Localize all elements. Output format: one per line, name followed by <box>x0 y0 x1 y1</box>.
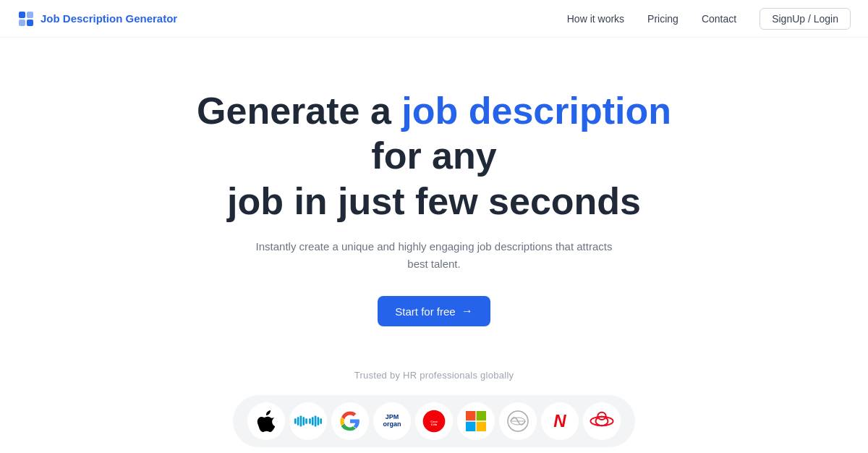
svg-rect-1 <box>27 12 33 18</box>
svg-rect-11 <box>315 416 317 427</box>
generic-icon <box>507 410 529 432</box>
logo-windows <box>457 402 495 440</box>
cisco-icon <box>294 414 322 428</box>
svg-rect-9 <box>309 418 311 424</box>
logo[interactable]: Job Description Generator <box>17 10 177 27</box>
logo-text: Job Description Generator <box>41 12 177 25</box>
logos-row: JPMorgan Coca Cola <box>233 395 635 447</box>
cocacola-icon: Coca Cola <box>422 410 446 433</box>
signup-button[interactable]: SignUp / Login <box>760 8 851 30</box>
svg-rect-2 <box>19 20 25 26</box>
svg-rect-12 <box>318 417 320 425</box>
logo-cisco <box>289 402 327 440</box>
hero-title: Generate a job description for anyjob in… <box>181 88 687 224</box>
netflix-text: N <box>553 411 566 431</box>
svg-rect-0 <box>19 12 25 18</box>
hero-title-before: Generate a <box>197 90 401 132</box>
svg-rect-5 <box>297 417 299 425</box>
nav-pricing[interactable]: Pricing <box>647 13 678 25</box>
svg-rect-4 <box>294 418 297 424</box>
google-icon <box>340 411 360 431</box>
logo-apple <box>247 402 285 440</box>
toyota-icon <box>590 411 614 431</box>
svg-text:Cola: Cola <box>431 423 438 427</box>
trusted-label: Trusted by HR professionals globally <box>354 370 514 381</box>
svg-rect-7 <box>302 417 305 425</box>
jpmorgan-text: JPMorgan <box>383 414 401 428</box>
trusted-section: Trusted by HR professionals globally <box>216 370 652 453</box>
logo-generic <box>499 402 537 440</box>
logo-cocacola: Coca Cola <box>415 402 453 440</box>
hero-section: Generate a job description for anyjob in… <box>0 38 868 453</box>
nav-contact[interactable]: Contact <box>702 13 736 25</box>
logo-jpmorgan: JPMorgan <box>373 402 411 440</box>
svg-rect-10 <box>312 417 314 425</box>
nav-links: How it works Pricing Contact SignUp / Lo… <box>567 8 851 30</box>
svg-rect-3 <box>27 20 33 26</box>
nav-how-it-works[interactable]: How it works <box>567 13 624 25</box>
hero-title-after: for anyjob in just few seconds <box>227 135 641 221</box>
logo-toyota <box>583 402 621 440</box>
start-for-free-button[interactable]: Start for free → <box>378 296 490 326</box>
logo-netflix: N <box>541 402 579 440</box>
svg-point-21 <box>590 417 613 426</box>
hero-title-highlight: job description <box>401 90 671 132</box>
cta-arrow: → <box>461 305 473 318</box>
svg-rect-8 <box>305 418 307 424</box>
logo-google <box>331 402 369 440</box>
cta-label: Start for free <box>395 305 455 318</box>
apple-icon <box>257 410 276 432</box>
svg-rect-6 <box>300 416 302 427</box>
svg-rect-13 <box>320 418 322 424</box>
navbar: Job Description Generator How it works P… <box>0 0 868 38</box>
logo-icon <box>17 10 35 27</box>
windows-icon <box>466 411 486 431</box>
hero-subtitle: Instantly create a unique and highly eng… <box>253 238 615 273</box>
